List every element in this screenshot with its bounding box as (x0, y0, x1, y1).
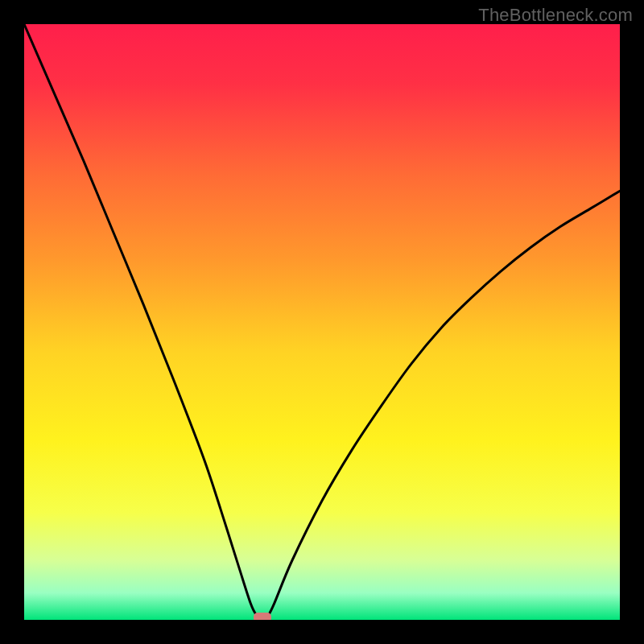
plot-area (24, 24, 620, 620)
chart-svg (24, 24, 620, 620)
optimal-marker (254, 613, 271, 620)
chart-frame: TheBottleneck.com (0, 0, 644, 644)
watermark-text: TheBottleneck.com (478, 5, 633, 26)
gradient-background (24, 24, 620, 620)
